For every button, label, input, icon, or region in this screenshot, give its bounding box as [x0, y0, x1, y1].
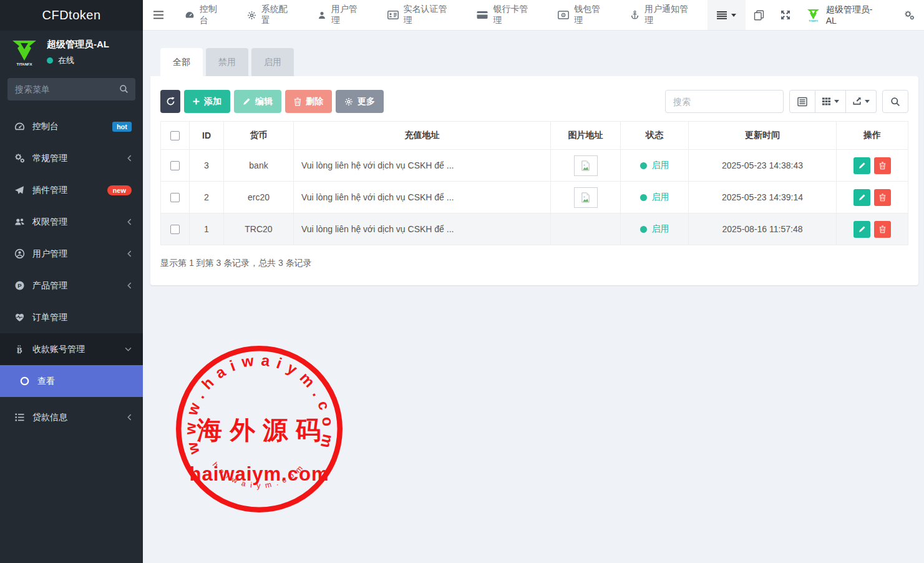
gear-icon	[247, 11, 256, 20]
cell-status: 启用	[621, 182, 689, 213]
copy-page-button[interactable]	[746, 0, 772, 30]
heartbeat-icon	[14, 312, 25, 323]
sidebar-toggle-button[interactable]	[143, 0, 174, 30]
content-area: 全部 禁用 启用 添加	[143, 31, 924, 563]
fullscreen-button[interactable]	[772, 0, 799, 30]
row-edit-button[interactable]	[853, 157, 870, 174]
cell-ops	[837, 150, 908, 182]
columns-button[interactable]	[815, 90, 846, 113]
row-delete-button[interactable]	[874, 221, 891, 238]
sidebar-item-general[interactable]: 常规管理	[0, 142, 143, 174]
svg-text:B: B	[17, 345, 22, 354]
sidebar-item-orders[interactable]: 订单管理	[0, 301, 143, 333]
sidebar-item-users[interactable]: 用户管理	[0, 238, 143, 270]
tab-enabled[interactable]: 启用	[251, 48, 294, 76]
col-image: 图片地址	[551, 122, 621, 150]
tabs-list-dropdown-button[interactable]	[708, 0, 746, 30]
tab-all[interactable]: 全部	[160, 48, 203, 76]
topbar-item-label: 用户管理	[331, 4, 366, 26]
cell-updated: 2025-05-23 14:39:14	[689, 182, 837, 213]
topbar-item-user-management[interactable]: 用户管理	[307, 0, 377, 30]
cell-currency: erc20	[224, 182, 294, 213]
toolbar-actions: 添加 编辑 删除 更多	[160, 90, 384, 113]
sidebar-item-label: 贷款信息	[32, 412, 120, 423]
table-search-input[interactable]	[665, 90, 784, 113]
chevron-left-icon	[127, 218, 132, 225]
titanfx-logo-icon: TITANFX	[10, 38, 39, 67]
topbar-item-label: 用户通知管理	[644, 4, 697, 26]
sidebar-item-label: 订单管理	[32, 312, 132, 323]
search-submit-button[interactable]	[882, 90, 908, 113]
edit-button[interactable]: 编辑	[234, 90, 281, 113]
profile-name: 超级管理员-AL	[47, 39, 109, 51]
topbar-item-user-notification-management[interactable]: 用户通知管理	[620, 0, 708, 30]
wallet-icon	[558, 11, 569, 19]
col-currency: 货币	[224, 122, 294, 150]
pencil-icon	[243, 97, 251, 105]
sidebar-item-label: 查看	[37, 376, 132, 387]
topbar-item-system-config[interactable]: 系统配置	[236, 0, 307, 30]
table-toolbar: 添加 编辑 删除 更多	[160, 90, 908, 113]
status-dot-icon	[640, 194, 647, 201]
table-search	[665, 90, 784, 113]
anchor-icon	[630, 10, 640, 20]
caret-down-icon	[731, 14, 736, 17]
row-delete-button[interactable]	[874, 189, 891, 206]
recharge-address-table: ID 货币 充值地址 图片地址 状态 更新时间 操作 3	[160, 121, 908, 245]
row-delete-button[interactable]	[874, 157, 891, 174]
sidebar-item-dashboard[interactable]: 控制台 hot	[0, 110, 143, 142]
export-button[interactable]	[846, 90, 877, 113]
cell-ops	[837, 182, 908, 213]
sidebar-search	[7, 78, 135, 100]
select-all-checkbox[interactable]	[170, 131, 180, 140]
id-card-icon	[387, 11, 399, 19]
row-edit-button[interactable]	[853, 221, 870, 238]
row-checkbox[interactable]	[170, 225, 180, 234]
table-row: 1 TRC20 Vui lòng liên hệ với dịch vụ CSK…	[161, 213, 908, 245]
row-edit-button[interactable]	[853, 189, 870, 206]
chevron-left-icon	[127, 250, 132, 257]
stamp-center-cn: 海外源码	[197, 416, 329, 444]
chevron-left-icon	[127, 282, 132, 289]
menu-search-input[interactable]	[7, 78, 135, 100]
topbar-item-kyc-management[interactable]: 实名认证管理	[377, 0, 467, 30]
refresh-button[interactable]	[160, 90, 180, 113]
tab-disabled[interactable]: 禁用	[206, 48, 248, 76]
more-button[interactable]: 更多	[336, 90, 384, 113]
status-badge: 启用	[652, 192, 669, 203]
sidebar-nav: 控制台 hot 常规管理 插件管理 new	[0, 110, 143, 433]
topbar-item-bank-card-management[interactable]: 银行卡管理	[466, 0, 547, 30]
topbar-item-wallet-management[interactable]: 钱包管理	[547, 0, 620, 30]
delete-button[interactable]: 删除	[285, 90, 332, 113]
sidebar-item-plugins[interactable]: 插件管理 new	[0, 174, 143, 206]
sidebar-item-products[interactable]: P 产品管理	[0, 270, 143, 301]
pencil-icon	[858, 162, 866, 169]
chevron-down-icon	[125, 347, 132, 351]
broken-image-icon	[574, 155, 598, 176]
topbar-settings-button[interactable]	[890, 0, 924, 30]
table-header-row: ID 货币 充值地址 图片地址 状态 更新时间 操作	[161, 122, 908, 150]
sidebar-item-loan-info[interactable]: 贷款信息	[0, 401, 143, 433]
topbar-item-label: 钱包管理	[574, 4, 609, 26]
row-checkbox[interactable]	[170, 161, 180, 170]
topbar-user-menu[interactable]: TITANFX 超级管理员-AL	[799, 0, 890, 30]
add-button[interactable]: 添加	[184, 90, 230, 113]
send-icon	[14, 185, 25, 195]
caret-down-icon	[865, 100, 870, 103]
topbar-item-dashboard[interactable]: 控制台	[174, 0, 236, 30]
cell-address: Vui lòng liên hệ với dịch vụ CSKH để ...	[294, 150, 551, 182]
row-checkbox[interactable]	[170, 193, 180, 202]
brand-title: CFDtoken	[0, 0, 143, 31]
sidebar-item-payment-accounts[interactable]: B 收款账号管理	[0, 333, 143, 365]
cell-currency: bank	[224, 150, 294, 182]
status-badge: 启用	[652, 160, 669, 171]
detail-view-button[interactable]	[789, 90, 815, 113]
cell-status: 启用	[621, 213, 689, 245]
cell-currency: TRC20	[224, 213, 294, 245]
chevron-left-icon	[127, 414, 132, 421]
columns-icon	[822, 97, 831, 106]
sidebar-item-view[interactable]: 查看	[0, 365, 143, 397]
sidebar-item-permissions[interactable]: 权限管理	[0, 206, 143, 238]
detail-view-icon	[797, 97, 807, 107]
table-row: 2 erc20 Vui lòng liên hệ với dịch vụ CSK…	[161, 182, 908, 213]
